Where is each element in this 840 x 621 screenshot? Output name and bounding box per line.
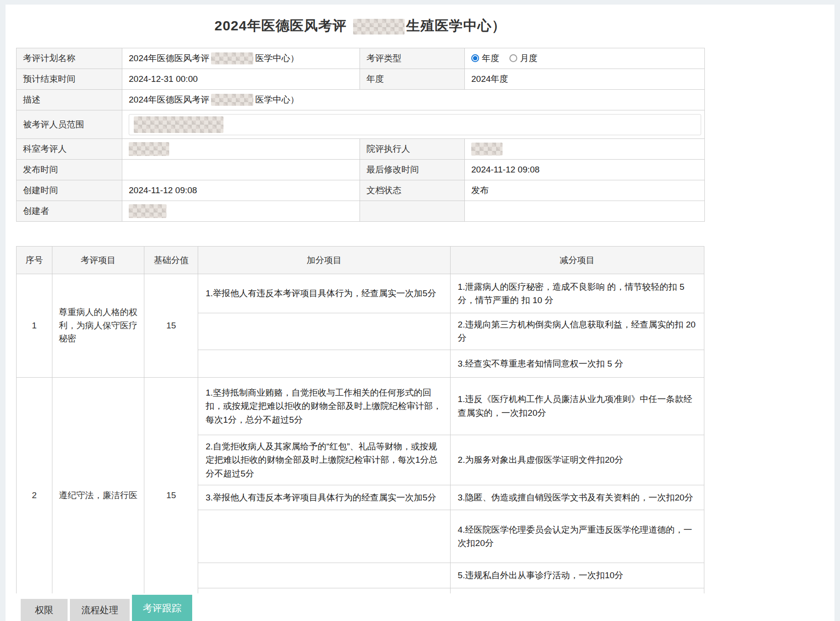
scope-label: 被考评人员范围 [17,110,122,139]
item1-bonus-1: 1.举报他人有违反本考评项目具体行为，经查属实一次加5分 [198,274,450,313]
dept-evaluator-value [122,139,360,160]
item1-seq: 1 [17,274,52,378]
desc-prefix: 2024年医德医风考评 [129,95,209,104]
publish-time-value [122,160,360,180]
item2-name: 遵纪守法，廉洁行医 [52,377,144,613]
type-value: 年度 月度 [465,48,705,69]
plan-name-suffix: 医学中心） [255,53,299,63]
plan-info-table: 考评计划名称 2024年医德医风考评医学中心） 考评类型 年度 月度 预计结束时… [16,48,705,222]
item1-name: 尊重病人的人格的权利，为病人保守医疗秘密 [52,274,144,378]
redacted-scope [134,116,223,133]
content-panel: 2024年医德医风考评 生殖医学中心） 考评计划名称 2024年医德医风考评医学… [6,5,834,621]
creator-value [122,201,360,222]
last-modified-label: 最后修改时间 [360,160,465,180]
end-time-value: 2024-12-31 00:00 [122,69,360,90]
col-header-bonus: 加分项目 [198,247,450,274]
type-radio-group: 年度 月度 [471,52,537,64]
empty-value-cell [465,201,705,222]
item2-bonus-1: 1.坚持抵制商业贿赂，自觉拒收与工作相关的任何形式的回扣，或按规定把难以拒收的财… [198,377,450,435]
redacted-creator [129,204,166,218]
doc-status-label: 文档状态 [360,180,465,201]
creator-label: 创建者 [17,201,122,222]
radio-monthly[interactable]: 月度 [509,52,537,64]
item1-bonus-3 [198,350,450,377]
info-row-publish: 发布时间 最后修改时间 2024-11-12 09:08 [17,160,705,180]
end-time-label: 预计结束时间 [17,69,122,90]
item2-deduction-1: 1.违反《医疗机构工作人员廉洁从业九项准则》中任一条款经查属实的，一次扣20分 [450,377,704,435]
info-row-create: 创建时间 2024-11-12 09:08 文档状态 发布 [17,180,705,201]
redacted-plan-name [211,52,253,64]
radio-annual-icon [471,54,479,62]
plan-name-label: 考评计划名称 [17,48,122,69]
radio-annual[interactable]: 年度 [471,52,499,64]
last-modified-value: 2024-11-12 09:08 [465,160,705,180]
page-title: 2024年医德医风考评 生殖医学中心） [16,16,704,36]
redacted-dept-evaluator [129,142,169,156]
title-prefix: 2024年医德医风考评 [214,18,347,33]
col-header-item: 考评项目 [52,247,144,274]
tab-permissions[interactable]: 权限 [21,599,68,621]
table-row: 1 尊重病人的人格的权利，为病人保守医疗秘密 15 1.举报他人有违反本考评项目… [17,274,704,313]
item2-seq: 2 [17,377,52,613]
item2-deduction-3: 3.隐匿、伪造或擅自销毁医学文书及有关资料的，一次扣20分 [450,485,704,510]
col-header-seq: 序号 [17,247,52,274]
item2-bonus-4 [198,510,450,563]
item2-bonus-5 [198,563,450,588]
plan-name-value: 2024年医德医风考评医学中心） [122,48,360,69]
redacted-title-text [353,19,405,34]
info-row-plan-name: 考评计划名称 2024年医德医风考评医学中心） 考评类型 年度 月度 [17,48,705,69]
info-row-creator: 创建者 [17,201,705,222]
create-time-value: 2024-11-12 09:08 [122,180,360,201]
plan-name-prefix: 2024年医德医风考评 [129,53,209,63]
item1-deduction-2: 2.违规向第三方机构倒卖病人信息获取利益，经查属实的扣 20 分 [450,313,704,350]
year-value: 2024年度 [465,69,705,90]
page: 2024年医德医风考评 生殖医学中心） 考评计划名称 2024年医德医风考评医学… [0,0,840,621]
desc-label: 描述 [17,90,122,110]
radio-annual-label: 年度 [482,52,499,64]
content-area: 2024年医德医风考评 生殖医学中心） 考评计划名称 2024年医德医风考评医学… [6,5,704,614]
item2-deduction-2: 2.为服务对象出具虚假医学证明文件扣20分 [450,435,704,485]
empty-label-cell [360,201,465,222]
type-label: 考评类型 [360,48,465,69]
item2-deduction-5: 5.违规私自外出从事诊疗活动，一次扣10分 [450,563,704,588]
redacted-hosp-executor [471,143,503,155]
doc-status-value: 发布 [465,180,705,201]
item1-bonus-2 [198,313,450,350]
eval-header-row: 序号 考评项目 基础分值 加分项目 减分项目 [17,247,704,274]
item2-bonus-2: 2.自觉拒收病人及其家属给予的“红包”、礼品等财物，或按规定把难以拒收的财物全部… [198,435,450,485]
item1-deduction-1: 1.泄露病人的医疗秘密，造成不良影响 的，情节较轻的扣 5 分，情节严重的 扣 … [450,274,704,313]
col-header-deduction: 减分项目 [450,247,704,274]
item2-base-score: 15 [144,377,198,613]
hosp-executor-value [465,139,705,160]
redacted-desc [211,94,253,106]
col-header-base-score: 基础分值 [144,247,198,274]
tab-evaluation-tracking[interactable]: 考评跟踪 [132,595,192,621]
bottom-tab-bar: 权限 流程处理 考评跟踪 [6,593,834,621]
desc-suffix: 医学中心） [255,95,299,104]
scope-value [122,110,705,139]
year-label: 年度 [360,69,465,90]
info-row-desc: 描述 2024年医德医风考评医学中心） [17,90,705,110]
item1-deduction-3: 3.经查实不尊重患者知情同意权一次扣 5 分 [450,350,704,377]
dept-evaluator-label: 科室考评人 [17,139,122,160]
hosp-executor-label: 院评执行人 [360,139,465,160]
desc-value: 2024年医德医风考评医学中心） [122,90,705,110]
tab-process-handling[interactable]: 流程处理 [70,599,130,621]
item2-deduction-4: 4.经医院医学伦理委员会认定为严重违反医学伦理道德的，一次扣20分 [450,510,704,563]
create-time-label: 创建时间 [17,180,122,201]
radio-monthly-label: 月度 [520,52,537,64]
info-row-scope: 被考评人员范围 [17,110,705,139]
scope-input[interactable] [129,114,701,135]
evaluation-items-table: 序号 考评项目 基础分值 加分项目 减分项目 1 尊重病人的人格的权利，为病人保… [16,246,704,614]
item1-base-score: 15 [144,274,198,378]
info-row-evaluators: 科室考评人 院评执行人 [17,139,705,160]
item2-bonus-3: 3.举报他人有违反本考评项目具体行为的经查属实一次加5分 [198,485,450,510]
radio-monthly-icon [509,54,517,62]
publish-time-label: 发布时间 [17,160,122,180]
table-row: 2 遵纪守法，廉洁行医 15 1.坚持抵制商业贿赂，自觉拒收与工作相关的任何形式… [17,377,704,435]
title-suffix: 生殖医学中心） [406,18,506,33]
info-row-end-time: 预计结束时间 2024-12-31 00:00 年度 2024年度 [17,69,705,90]
